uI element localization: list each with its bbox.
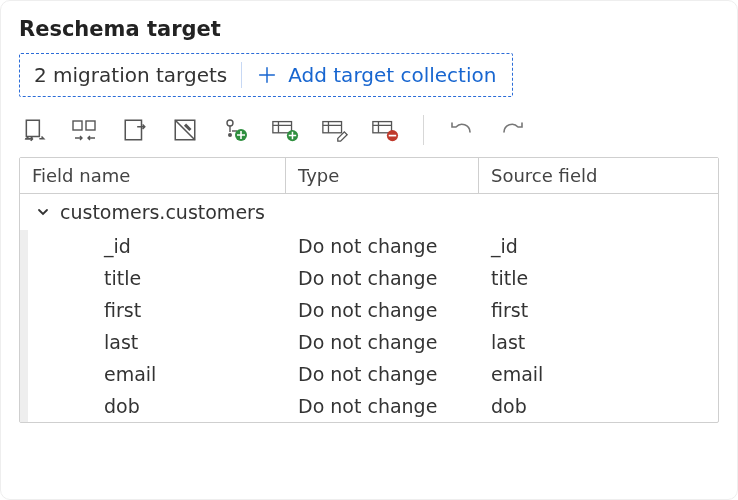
row-gutter [20,262,28,294]
cell-field-name: email [28,358,286,390]
svg-rect-10 [323,122,342,133]
redo-icon [498,118,526,142]
column-add-button[interactable] [271,116,299,144]
undo-button[interactable] [448,116,476,144]
cell-source: dob [479,390,718,422]
row-gutter [20,326,28,358]
field-add-button[interactable] [221,116,249,144]
table-row[interactable]: last Do not change last [20,326,718,358]
cell-source: email [479,358,718,390]
column-header-source[interactable]: Source field [479,158,718,193]
cell-source: last [479,326,718,358]
add-target-collection-button[interactable]: Add target collection [256,63,496,87]
column-edit-button[interactable] [321,116,349,144]
reschema-target-panel: Reschema target 2 migration targets Add … [0,0,738,500]
cell-type: Do not change [286,358,479,390]
svg-rect-0 [26,120,39,136]
edit-field-icon [172,117,198,143]
chevron-down-icon [34,203,52,221]
svg-rect-2 [86,121,95,130]
cell-type: Do not change [286,262,479,294]
table-row[interactable]: email Do not change email [20,358,718,390]
cell-source: _id [479,230,718,262]
split-fields-icon [71,117,99,143]
field-add-icon [221,117,249,143]
table-row[interactable]: dob Do not change dob [20,390,718,422]
toolbar-divider [423,115,424,145]
group-row[interactable]: customers.customers [20,194,718,230]
move-fields-icon [22,117,48,143]
row-gutter [20,294,28,326]
svg-rect-8 [273,122,292,133]
svg-rect-11 [373,122,392,133]
migration-targets-count: 2 migration targets [34,63,227,87]
cell-type: Do not change [286,230,479,262]
table-row[interactable]: first Do not change first [20,294,718,326]
cell-type: Do not change [286,326,479,358]
redo-button[interactable] [498,116,526,144]
svg-rect-3 [125,120,141,140]
column-remove-button[interactable] [371,116,399,144]
cell-source: first [479,294,718,326]
divider [241,62,242,88]
cell-type: Do not change [286,390,479,422]
edit-field-button[interactable] [171,116,199,144]
row-gutter [20,358,28,390]
table-row[interactable]: title Do not change title [20,262,718,294]
group-label: customers.customers [60,201,265,223]
fields-table: Field name Type Source field customers.c… [19,157,719,423]
table-row[interactable]: _id Do not change _id [20,230,718,262]
column-edit-icon [321,117,349,143]
panel-title: Reschema target [19,17,719,41]
svg-point-5 [227,120,233,126]
add-target-label: Add target collection [288,63,496,87]
insert-field-icon [122,117,148,143]
move-fields-button[interactable] [21,116,49,144]
toolbar [19,111,719,157]
cell-field-name: _id [28,230,286,262]
migration-targets-bar: 2 migration targets Add target collectio… [19,53,513,97]
cell-field-name: title [28,262,286,294]
undo-icon [448,118,476,142]
table-header: Field name Type Source field [20,158,718,194]
svg-point-6 [228,133,232,137]
column-header-name[interactable]: Field name [20,158,286,193]
split-fields-button[interactable] [71,116,99,144]
column-remove-icon [371,117,399,143]
cell-field-name: last [28,326,286,358]
row-gutter [20,230,28,262]
plus-icon [256,64,278,86]
cell-type: Do not change [286,294,479,326]
cell-source: title [479,262,718,294]
cell-field-name: dob [28,390,286,422]
svg-rect-1 [73,121,82,130]
cell-field-name: first [28,294,286,326]
row-gutter [20,390,28,422]
column-add-icon [271,117,299,143]
insert-field-button[interactable] [121,116,149,144]
column-header-type[interactable]: Type [286,158,479,193]
